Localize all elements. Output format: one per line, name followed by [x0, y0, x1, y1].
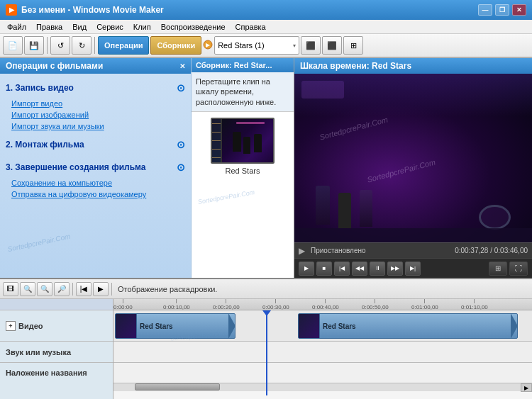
collections-button[interactable]: Сборники — [150, 36, 201, 55]
ruler-label-7: 0:01:10,00 — [461, 304, 488, 310]
stage-person-1 — [316, 186, 330, 225]
collection-panel: Сборник: Red Star... Перетащите клип на … — [192, 58, 294, 278]
menu-service[interactable]: Сервис — [92, 21, 128, 33]
menu-clip[interactable]: Клип — [129, 21, 155, 33]
section-finish-chevron: ⊙ — [177, 162, 185, 173]
split-button[interactable]: ⊞ — [489, 262, 507, 276]
ruler-mark-3: 0:00:30,00 — [262, 299, 289, 310]
scrollbar-thumb[interactable] — [135, 383, 220, 390]
timeline-ruler: 0:00:00 0:00:10,00 0:00:20,00 0:00:30,00… — [113, 299, 532, 310]
stop-button[interactable]: ■ — [316, 262, 332, 276]
ruler-label-1: 0:00:10,00 — [163, 304, 190, 310]
ruler-mark-2: 0:00:20,00 — [213, 299, 240, 310]
preview-title: Шкала времени: Red Stars — [294, 58, 532, 74]
pause-button[interactable]: ⏸ — [370, 262, 385, 276]
dropdown-extra-btn2[interactable]: ⬛ — [322, 36, 342, 55]
video-track-label: + Видео — [0, 310, 113, 342]
tl-zoom-fit-button[interactable]: 🔎 — [54, 282, 70, 296]
preview-panel: Шкала времени: Red Stars SortedpcrePair.… — [294, 58, 532, 278]
minimize-button[interactable]: — — [478, 4, 492, 16]
ruler-mark-4: 0:00:40,00 — [312, 299, 339, 310]
menu-file[interactable]: Файл — [3, 21, 31, 33]
next-frame-button[interactable]: ▶| — [405, 262, 421, 276]
video-track: Red Stars Red Stars SortedpcrePair.Com — [113, 310, 532, 342]
audio-track-name: Звук или музыка — [6, 348, 71, 356]
undo-button[interactable]: ↺ — [50, 36, 70, 55]
tl-zoom-out-button[interactable]: 🔍 — [37, 282, 52, 296]
scroll-right-btn[interactable]: ▶ — [521, 383, 532, 392]
maximize-button[interactable]: ❐ — [495, 4, 509, 16]
operations-button[interactable]: Операции — [98, 36, 149, 55]
menu-help[interactable]: Справка — [231, 21, 270, 33]
timeline-scrollbar[interactable]: ▶ — [113, 383, 532, 391]
save-computer-link[interactable]: Сохранение на компьютере — [11, 177, 185, 189]
menu-playback[interactable]: Воспроизведение — [157, 21, 230, 33]
left-panel-close[interactable]: ✕ — [179, 62, 185, 70]
fullscreen-button[interactable]: ⛶ — [509, 262, 528, 276]
menu-view[interactable]: Вид — [68, 21, 91, 33]
toolbar-separator-1 — [47, 37, 48, 54]
clip-2-thumbnail — [299, 314, 320, 338]
import-audio-link[interactable]: Импорт звука или музыки — [11, 120, 185, 132]
clip-1-thumbnail — [116, 314, 137, 338]
ruler-label-0: 0:00:00 — [113, 304, 133, 310]
import-video-link[interactable]: Импорт видео — [11, 98, 185, 109]
collection-dropdown[interactable]: Red Stars (1) ▾ — [214, 36, 299, 55]
dropdown-extra-btn1[interactable]: ⬛ — [301, 36, 321, 55]
section-finish-links: Сохранение на компьютере Отправка на циф… — [6, 176, 185, 204]
collections-icon: ▶ — [203, 40, 213, 51]
preview-controls-bar: ▶ Приостановлено 0:00:37,28 / 0:03:46,00 — [294, 242, 532, 258]
tl-storyboard-button[interactable]: 🎞 — [3, 282, 18, 296]
ruler-label-3: 0:00:30,00 — [262, 304, 289, 310]
tl-prev-button[interactable]: |◀ — [76, 282, 92, 296]
collection-items: Red Stars — [192, 112, 294, 181]
left-panel-header: Операции с фильмами ✕ — [0, 58, 191, 74]
stage-drums — [479, 205, 511, 230]
collection-panel-title: Сборник: Red Star... — [196, 61, 272, 69]
section-record-header[interactable]: 1. Запись видео ⊙ — [6, 79, 185, 96]
tl-play-button[interactable]: ▶ — [93, 282, 109, 296]
save-button[interactable]: 💾 — [24, 36, 44, 55]
send-camera-link[interactable]: Отправка на цифровую видеокамеру — [11, 189, 185, 200]
clip-1-arrow — [228, 313, 235, 339]
thumbnail-stage-bg — [222, 119, 273, 162]
preview-current-time: 0:00:37,28 — [455, 247, 488, 254]
thumbnail-figure1 — [233, 132, 241, 152]
section-record-links: Импорт видео Импорт изображений Импорт з… — [6, 96, 185, 136]
rewind-button[interactable]: ◀◀ — [352, 262, 367, 276]
tl-zoom-in-button[interactable]: 🔍 — [20, 282, 35, 296]
left-panel-content: 1. Запись видео ⊙ Импорт видео Импорт из… — [0, 74, 191, 210]
audio-track-label: Звук или музыка — [0, 342, 113, 363]
thumbnail-figure3 — [254, 134, 262, 152]
fast-forward-button[interactable]: ▶▶ — [387, 262, 403, 276]
collection-clip-thumbnail[interactable] — [211, 118, 275, 164]
section-finish-label: 3. Завершение создания фильма — [6, 162, 145, 172]
title-bar: ▶ Без имени - Windows Movie Maker — ❐ ✕ — [0, 0, 532, 20]
toolbar-separator-2 — [94, 37, 95, 54]
timeline-toolbar: 🎞 🔍 🔍 🔎 |◀ ▶ Отображение раскадровки. — [0, 279, 532, 299]
video-track-expand[interactable]: + — [6, 321, 16, 331]
section-edit-header[interactable]: 2. Монтаж фильма ⊙ — [6, 136, 185, 153]
thumbnail-figure2 — [243, 137, 250, 154]
audio-track — [113, 342, 532, 363]
ruler-mark-1: 0:00:10,00 — [163, 299, 190, 310]
clip-2-arrow — [511, 313, 518, 339]
redo-button[interactable]: ↻ — [72, 36, 92, 55]
view-options-button[interactable]: ⊞ — [343, 36, 363, 55]
import-images-link[interactable]: Импорт изображений — [11, 109, 185, 120]
app-icon: ▶ — [6, 4, 17, 16]
video-clip-2[interactable]: Red Stars — [298, 313, 518, 339]
play-button[interactable]: ▶ — [299, 262, 314, 276]
close-button[interactable]: ✕ — [512, 4, 526, 16]
video-track-name: Видео — [18, 322, 43, 330]
new-file-button[interactable]: 📄 — [3, 36, 23, 55]
ruler-label-6: 0:01:00,00 — [411, 304, 438, 310]
timeline-area: 🎞 🔍 🔍 🔎 |◀ ▶ Отображение раскадровки. + … — [0, 278, 532, 399]
prev-frame-button[interactable]: |◀ — [334, 262, 350, 276]
section-finish-header[interactable]: 3. Завершение создания фильма ⊙ — [6, 159, 185, 176]
stage-person-2 — [338, 193, 351, 228]
stage-person-3 — [360, 190, 372, 227]
collection-clip-label: Red Stars — [226, 167, 260, 175]
menu-edit[interactable]: Правка — [32, 21, 67, 33]
ruler-spacer — [0, 299, 113, 310]
